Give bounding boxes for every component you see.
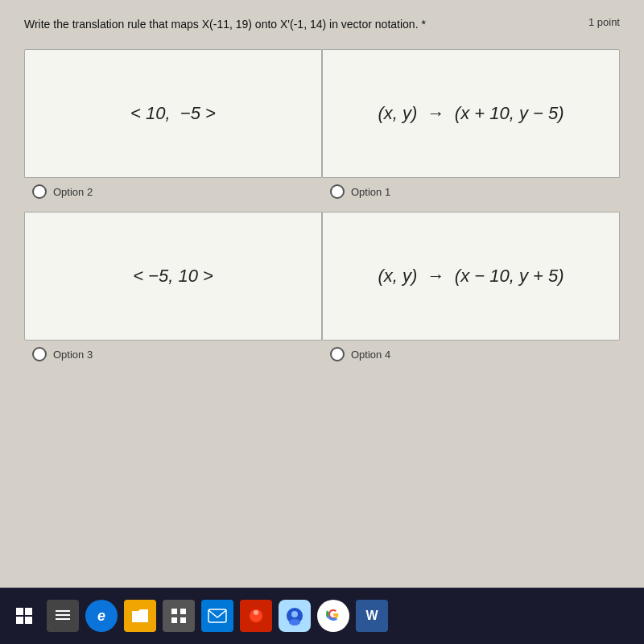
ie-icon[interactable]: e — [85, 600, 118, 632]
option4-math: (x, y) → (x − 10, y + 5) — [378, 266, 564, 287]
svg-rect-5 — [56, 614, 70, 616]
svg-point-13 — [254, 610, 258, 615]
windows-icon[interactable] — [8, 600, 40, 632]
svg-rect-6 — [56, 618, 70, 620]
option4-radio[interactable] — [330, 347, 345, 361]
svg-rect-3 — [25, 617, 32, 624]
option3-label-row: Option 3 — [24, 341, 322, 374]
option2-math: < 10, −5 > — [130, 103, 216, 124]
svg-rect-10 — [180, 617, 186, 623]
mail-icon[interactable] — [201, 600, 233, 632]
grid-icon[interactable] — [163, 600, 195, 632]
svg-point-15 — [291, 611, 298, 617]
svg-rect-4 — [56, 610, 70, 612]
option2-label-row: Option 2 — [24, 178, 322, 212]
svg-point-16 — [289, 619, 300, 625]
word-icon[interactable]: W — [356, 600, 388, 632]
question-header: Write the translation rule that maps X(-… — [24, 16, 620, 33]
option4-label: Option 4 — [351, 349, 390, 361]
google-icon[interactable] — [317, 600, 349, 632]
svg-rect-7 — [171, 609, 177, 614]
option1-label: Option 1 — [351, 186, 390, 198]
option3-radio[interactable] — [32, 347, 47, 361]
option-card-2[interactable]: < 10, −5 > — [24, 49, 322, 178]
question-text: Write the translation rule that maps X(-… — [24, 16, 426, 33]
options-grid: < 10, −5 > (x, y) → (x + 10, y − 5) Opti… — [24, 49, 620, 374]
option-card-3[interactable]: < −5, 10 > — [24, 212, 322, 341]
taskmanager-icon[interactable] — [47, 600, 79, 632]
svg-rect-1 — [25, 608, 32, 615]
main-content: Write the translation rule that maps X(-… — [0, 0, 644, 588]
points-label: 1 point — [588, 16, 620, 33]
option-card-4[interactable]: (x, y) → (x − 10, y + 5) — [322, 212, 620, 341]
option1-radio[interactable] — [330, 184, 345, 199]
option2-label: Option 2 — [53, 186, 93, 198]
blue-app-icon[interactable] — [279, 600, 311, 632]
option1-label-row: Option 1 — [322, 178, 620, 212]
svg-rect-8 — [180, 609, 186, 614]
taskbar: e — [0, 588, 644, 644]
folder-icon[interactable] — [124, 600, 156, 632]
option1-math: (x, y) → (x + 10, y − 5) — [378, 103, 564, 124]
svg-rect-2 — [16, 617, 23, 624]
svg-rect-0 — [16, 608, 23, 615]
option3-math: < −5, 10 > — [133, 266, 213, 287]
option3-label: Option 3 — [53, 349, 93, 361]
option2-radio[interactable] — [32, 184, 47, 199]
svg-rect-11 — [208, 609, 226, 622]
red-app-icon[interactable] — [240, 600, 272, 632]
option-card-1[interactable]: (x, y) → (x + 10, y − 5) — [322, 49, 620, 178]
option4-label-row: Option 4 — [322, 341, 620, 374]
svg-rect-9 — [171, 617, 177, 623]
